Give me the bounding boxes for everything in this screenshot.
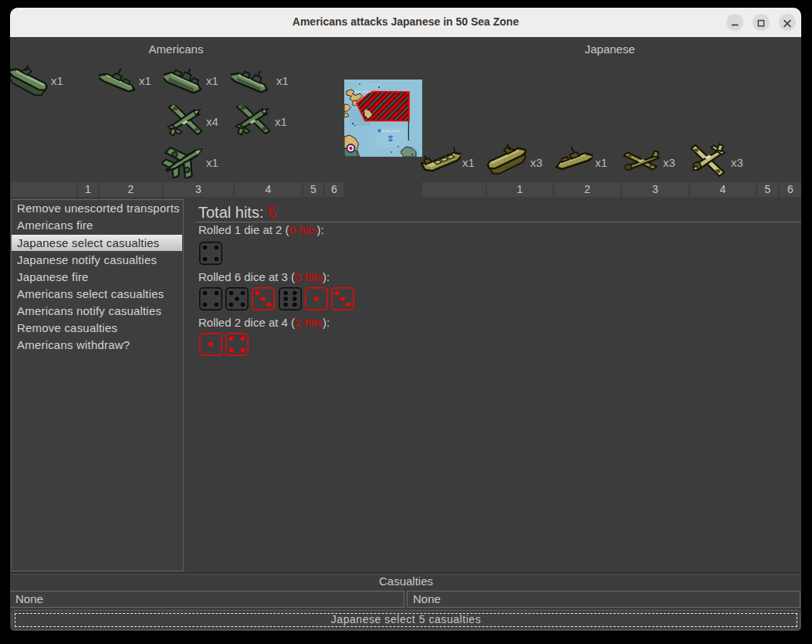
svg-text:50 Sea Zone: 50 Sea Zone [381, 129, 401, 133]
svg-text:New Ireland: New Ireland [354, 90, 372, 93]
